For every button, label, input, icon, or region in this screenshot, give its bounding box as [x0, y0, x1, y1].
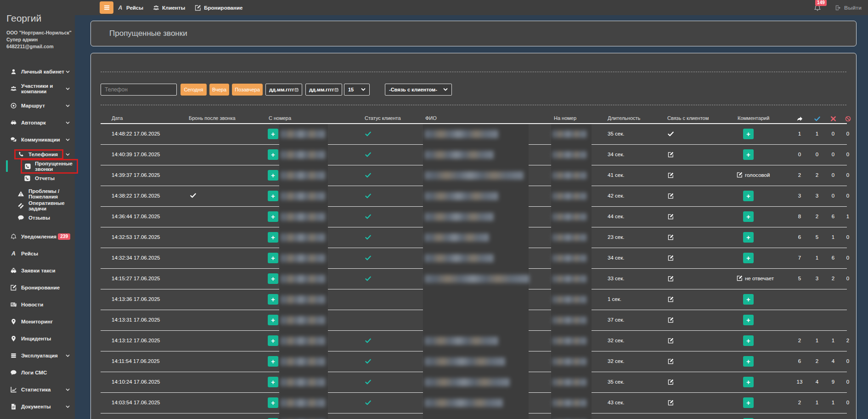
sidebar-item-reports[interactable]: Отчеты — [0, 172, 75, 184]
add-from-number-button[interactable]: + — [268, 315, 278, 325]
menu-toggle-button[interactable] — [100, 1, 113, 14]
count-confirmed: 1 — [810, 400, 824, 405]
add-from-number-button[interactable]: + — [268, 170, 278, 181]
sidebar-item-label: Новости — [21, 302, 43, 307]
add-comment-button[interactable]: + — [743, 232, 754, 243]
add-comment-button[interactable]: + — [743, 149, 754, 160]
nav-link-booking[interactable]: Бронирование — [195, 5, 242, 11]
redacted-to-number — [552, 399, 586, 407]
sidebar-item-notifications[interactable]: Уведомления239 — [0, 231, 75, 243]
filter-day-before-button[interactable]: Позавчера — [232, 84, 263, 96]
edit-client-link-icon[interactable] — [668, 234, 674, 240]
edit-client-link-icon[interactable] — [668, 400, 674, 406]
edit-client-link-icon[interactable] — [668, 296, 674, 302]
count-forward: 2 — [793, 338, 806, 343]
edit-client-link-icon[interactable] — [668, 193, 674, 199]
add-from-number-button[interactable]: + — [268, 397, 278, 408]
add-comment-button[interactable]: + — [743, 211, 754, 222]
sidebar-item-exploitation[interactable]: Эксплуатация — [0, 350, 75, 362]
logout-button[interactable]: Выйти — [835, 5, 862, 11]
page-size-select[interactable]: 15 — [344, 84, 370, 96]
sidebar-item-tasks[interactable]: Оперативные задачи — [0, 200, 75, 212]
confirmed-icon — [814, 116, 820, 122]
add-from-number-button[interactable]: + — [268, 232, 278, 243]
add-comment-button[interactable]: + — [743, 335, 754, 346]
redacted-from-number — [281, 130, 325, 138]
count-confirmed: 4 — [810, 379, 824, 385]
date-to-input[interactable]: дд.мм.гггг — [305, 84, 342, 96]
call-duration: 1 сек. — [608, 296, 621, 302]
edit-client-link-icon[interactable] — [668, 276, 674, 282]
sidebar-item-incidents[interactable]: Инциденты — [0, 333, 75, 345]
nav-link-trips[interactable]: Рейсы — [117, 5, 143, 11]
add-comment-button[interactable]: + — [743, 129, 754, 139]
edit-client-link-icon[interactable] — [668, 172, 674, 178]
edit-client-link-icon[interactable] — [668, 317, 674, 323]
add-from-number-button[interactable]: + — [268, 294, 278, 305]
add-from-number-button[interactable]: + — [268, 377, 278, 387]
call-datetime: 14:13:12 17.06.2025 — [112, 338, 160, 343]
sidebar-item-booking[interactable]: Бронирование — [0, 282, 75, 294]
sidebar-item-personal[interactable]: Личный кабинет — [0, 66, 75, 78]
redaction-overlay-to-number — [551, 124, 592, 419]
redacted-to-number — [552, 130, 586, 138]
sidebar-item-missed-calls[interactable]: Пропущенные звонки — [0, 160, 75, 172]
sidebar-item-news[interactable]: Новости — [0, 299, 75, 311]
notifications-button[interactable]: 149 — [814, 4, 821, 12]
call-datetime: 14:39:37 17.06.2025 — [112, 172, 160, 178]
count-banned: 0 — [841, 358, 855, 364]
add-comment-button[interactable]: + — [743, 377, 754, 387]
sidebar-item-autopark[interactable]: Автопарк — [0, 117, 75, 129]
add-comment-button[interactable]: + — [743, 191, 754, 201]
add-from-number-button[interactable]: + — [268, 356, 278, 367]
nav-link-clients[interactable]: Клиенты — [153, 5, 185, 11]
edit-client-link-icon[interactable] — [668, 338, 674, 344]
redacted-client-name — [425, 337, 498, 345]
add-comment-button[interactable]: + — [743, 253, 754, 263]
add-from-number-button[interactable]: + — [268, 211, 278, 222]
filter-today-button[interactable]: Сегодня — [180, 84, 207, 96]
date-from-input[interactable]: дд.мм.гггг — [265, 84, 302, 96]
add-comment-button[interactable]: + — [743, 315, 754, 325]
client-link-select[interactable]: -Связь с клиентом- — [385, 84, 452, 96]
sidebar-item-problems[interactable]: Проблемы / Пожелания — [0, 188, 75, 200]
sidebar-item-taxi-requests[interactable]: Заявки такси — [0, 265, 75, 277]
phone-filter-input[interactable] — [101, 84, 177, 96]
sidebar-item-sms-logs[interactable]: Логи СМС — [0, 367, 75, 379]
sidebar-item-communications[interactable]: Коммуникации — [0, 134, 75, 146]
sidebar-item-members[interactable]: Участники и компании — [0, 83, 75, 95]
add-comment-button[interactable]: + — [743, 397, 754, 408]
edit-client-link-icon[interactable] — [668, 358, 674, 364]
call-duration: 43 сек. — [608, 400, 624, 405]
sidebar-item-documents[interactable]: Документы — [0, 401, 75, 413]
redacted-from-number — [281, 378, 325, 386]
edit-client-link-icon[interactable] — [668, 152, 674, 158]
count-forward: 2 — [793, 172, 806, 178]
add-from-number-button[interactable]: + — [268, 129, 278, 139]
column-header: С номера — [269, 115, 291, 121]
navbar-right: 149 Выйти — [814, 0, 862, 15]
client-status-check-icon — [365, 172, 371, 178]
sidebar-item-label: Эксплуатация — [21, 353, 58, 358]
sidebar-item-route[interactable]: Маршрут — [0, 100, 75, 112]
add-comment-button[interactable]: + — [743, 356, 754, 367]
sidebar-item-statistics[interactable]: Статистика — [0, 384, 75, 396]
nav-link-label: Бронирование — [204, 5, 242, 11]
edit-client-link-icon[interactable] — [668, 379, 674, 385]
sidebar-item-label: Телефония — [28, 152, 58, 157]
edit-client-link-icon[interactable] — [668, 255, 674, 261]
add-from-number-button[interactable]: + — [268, 335, 278, 346]
add-from-number-button[interactable]: + — [268, 253, 278, 263]
add-from-number-button[interactable]: + — [268, 149, 278, 160]
add-comment-button[interactable]: + — [743, 294, 754, 305]
add-from-number-button[interactable]: + — [268, 191, 278, 201]
sidebar-item-monitoring[interactable]: Мониторинг — [0, 316, 75, 328]
filter-yesterday-button[interactable]: Вчера — [209, 84, 229, 96]
add-from-number-button[interactable]: + — [268, 273, 278, 284]
sidebar-item-reviews[interactable]: Отзывы — [0, 212, 75, 224]
sidebar-item-trips[interactable]: Рейсы — [0, 248, 75, 260]
edit-client-link-icon[interactable] — [668, 214, 674, 220]
client-link-check-icon — [668, 131, 674, 137]
call-duration: 32 сек. — [608, 358, 624, 364]
count-banned: 0 — [841, 193, 855, 198]
